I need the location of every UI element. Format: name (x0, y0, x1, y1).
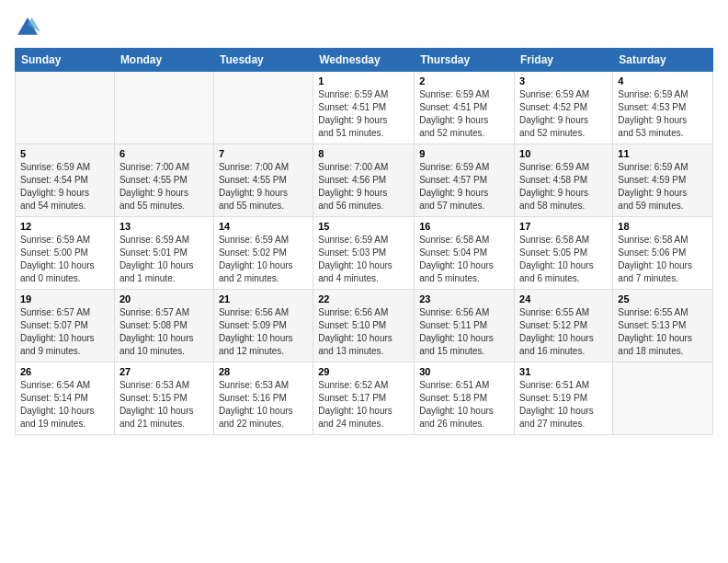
calendar-cell: 11Sunrise: 6:59 AM Sunset: 4:59 PM Dayli… (613, 144, 713, 217)
calendar-table: SundayMondayTuesdayWednesdayThursdayFrid… (15, 48, 713, 435)
calendar-cell: 29Sunrise: 6:52 AM Sunset: 5:17 PM Dayli… (313, 362, 415, 435)
calendar-cell: 20Sunrise: 6:57 AM Sunset: 5:08 PM Dayli… (114, 290, 213, 362)
weekday-header: Tuesday (213, 49, 313, 72)
day-info: Sunrise: 7:00 AM Sunset: 4:55 PM Dayligh… (219, 161, 308, 213)
calendar-cell: 13Sunrise: 6:59 AM Sunset: 5:01 PM Dayli… (114, 217, 213, 290)
calendar-cell: 24Sunrise: 6:55 AM Sunset: 5:12 PM Dayli… (515, 290, 613, 362)
calendar-cell: 15Sunrise: 6:59 AM Sunset: 5:03 PM Dayli… (313, 217, 415, 290)
day-info: Sunrise: 6:56 AM Sunset: 5:09 PM Dayligh… (219, 306, 308, 358)
day-info: Sunrise: 6:59 AM Sunset: 4:57 PM Dayligh… (419, 161, 509, 213)
calendar-cell: 9Sunrise: 6:59 AM Sunset: 4:57 PM Daylig… (415, 144, 515, 217)
day-number: 24 (519, 293, 608, 304)
day-info: Sunrise: 7:00 AM Sunset: 4:56 PM Dayligh… (318, 161, 409, 213)
day-number: 4 (618, 75, 708, 86)
calendar-cell: 21Sunrise: 6:56 AM Sunset: 5:09 PM Dayli… (213, 290, 313, 362)
weekday-header: Friday (515, 49, 613, 72)
weekday-header: Saturday (613, 49, 713, 72)
calendar-cell (213, 72, 313, 144)
calendar-cell: 12Sunrise: 6:59 AM Sunset: 5:00 PM Dayli… (16, 217, 115, 290)
day-number: 18 (618, 221, 708, 232)
logo (15, 15, 44, 40)
calendar-cell: 19Sunrise: 6:57 AM Sunset: 5:07 PM Dayli… (16, 290, 115, 362)
day-info: Sunrise: 6:59 AM Sunset: 4:52 PM Dayligh… (519, 88, 608, 140)
calendar-cell: 3Sunrise: 6:59 AM Sunset: 4:52 PM Daylig… (515, 72, 613, 144)
day-number: 11 (618, 148, 708, 159)
calendar-cell (16, 72, 115, 144)
day-info: Sunrise: 6:53 AM Sunset: 5:15 PM Dayligh… (119, 379, 209, 431)
day-number: 22 (318, 293, 409, 304)
calendar-cell: 1Sunrise: 6:59 AM Sunset: 4:51 PM Daylig… (313, 72, 415, 144)
day-number: 10 (519, 148, 608, 159)
day-number: 25 (618, 293, 708, 304)
day-number: 16 (419, 221, 509, 232)
calendar-week-row: 19Sunrise: 6:57 AM Sunset: 5:07 PM Dayli… (16, 290, 713, 362)
day-info: Sunrise: 6:59 AM Sunset: 4:58 PM Dayligh… (519, 161, 608, 213)
calendar-cell (613, 362, 713, 435)
day-info: Sunrise: 6:55 AM Sunset: 5:12 PM Dayligh… (519, 306, 608, 358)
day-info: Sunrise: 6:58 AM Sunset: 5:04 PM Dayligh… (419, 234, 509, 285)
calendar-cell: 23Sunrise: 6:56 AM Sunset: 5:11 PM Dayli… (415, 290, 515, 362)
calendar-week-row: 26Sunrise: 6:54 AM Sunset: 5:14 PM Dayli… (16, 362, 713, 435)
day-number: 27 (119, 366, 209, 377)
day-number: 5 (20, 148, 109, 159)
day-info: Sunrise: 6:59 AM Sunset: 4:51 PM Dayligh… (419, 88, 509, 140)
calendar-cell: 2Sunrise: 6:59 AM Sunset: 4:51 PM Daylig… (415, 72, 515, 144)
calendar-cell: 27Sunrise: 6:53 AM Sunset: 5:15 PM Dayli… (114, 362, 213, 435)
calendar-cell: 17Sunrise: 6:58 AM Sunset: 5:05 PM Dayli… (515, 217, 613, 290)
day-info: Sunrise: 6:55 AM Sunset: 5:13 PM Dayligh… (618, 306, 708, 358)
calendar-week-row: 5Sunrise: 6:59 AM Sunset: 4:54 PM Daylig… (16, 144, 713, 217)
day-number: 2 (419, 75, 509, 86)
calendar-cell: 4Sunrise: 6:59 AM Sunset: 4:53 PM Daylig… (613, 72, 713, 144)
day-number: 30 (419, 366, 509, 377)
day-number: 29 (318, 366, 409, 377)
day-info: Sunrise: 6:57 AM Sunset: 5:07 PM Dayligh… (20, 306, 109, 358)
day-number: 26 (20, 366, 109, 377)
day-number: 23 (419, 293, 509, 304)
day-info: Sunrise: 6:53 AM Sunset: 5:16 PM Dayligh… (219, 379, 308, 431)
calendar-cell: 7Sunrise: 7:00 AM Sunset: 4:55 PM Daylig… (213, 144, 313, 217)
day-number: 15 (318, 221, 409, 232)
calendar-week-row: 1Sunrise: 6:59 AM Sunset: 4:51 PM Daylig… (16, 72, 713, 144)
calendar-cell: 25Sunrise: 6:55 AM Sunset: 5:13 PM Dayli… (613, 290, 713, 362)
calendar-header: SundayMondayTuesdayWednesdayThursdayFrid… (16, 49, 713, 72)
calendar-cell: 26Sunrise: 6:54 AM Sunset: 5:14 PM Dayli… (16, 362, 115, 435)
day-number: 17 (519, 221, 608, 232)
day-info: Sunrise: 6:57 AM Sunset: 5:08 PM Dayligh… (119, 306, 209, 358)
day-info: Sunrise: 6:59 AM Sunset: 5:01 PM Dayligh… (119, 234, 209, 285)
day-number: 3 (519, 75, 608, 86)
calendar-cell: 6Sunrise: 7:00 AM Sunset: 4:55 PM Daylig… (114, 144, 213, 217)
calendar-cell: 8Sunrise: 7:00 AM Sunset: 4:56 PM Daylig… (313, 144, 415, 217)
day-info: Sunrise: 6:59 AM Sunset: 4:51 PM Dayligh… (318, 88, 409, 140)
calendar-cell: 28Sunrise: 6:53 AM Sunset: 5:16 PM Dayli… (213, 362, 313, 435)
day-number: 14 (219, 221, 308, 232)
calendar-week-row: 12Sunrise: 6:59 AM Sunset: 5:00 PM Dayli… (16, 217, 713, 290)
day-number: 1 (318, 75, 409, 86)
calendar-cell: 10Sunrise: 6:59 AM Sunset: 4:58 PM Dayli… (515, 144, 613, 217)
day-number: 6 (119, 148, 209, 159)
day-info: Sunrise: 6:56 AM Sunset: 5:10 PM Dayligh… (318, 306, 409, 358)
day-info: Sunrise: 6:59 AM Sunset: 4:59 PM Dayligh… (618, 161, 708, 213)
day-info: Sunrise: 6:58 AM Sunset: 5:06 PM Dayligh… (618, 234, 708, 285)
day-info: Sunrise: 6:56 AM Sunset: 5:11 PM Dayligh… (419, 306, 509, 358)
day-info: Sunrise: 6:52 AM Sunset: 5:17 PM Dayligh… (318, 379, 409, 431)
day-info: Sunrise: 6:54 AM Sunset: 5:14 PM Dayligh… (20, 379, 109, 431)
day-number: 19 (20, 293, 109, 304)
weekday-header: Monday (114, 49, 213, 72)
day-info: Sunrise: 6:59 AM Sunset: 4:53 PM Dayligh… (618, 88, 708, 140)
day-number: 7 (219, 148, 308, 159)
day-info: Sunrise: 6:51 AM Sunset: 5:18 PM Dayligh… (419, 379, 509, 431)
day-info: Sunrise: 6:51 AM Sunset: 5:19 PM Dayligh… (519, 379, 608, 431)
day-number: 28 (219, 366, 308, 377)
calendar-cell: 18Sunrise: 6:58 AM Sunset: 5:06 PM Dayli… (613, 217, 713, 290)
day-number: 12 (20, 221, 109, 232)
day-info: Sunrise: 6:59 AM Sunset: 5:02 PM Dayligh… (219, 234, 308, 285)
day-info: Sunrise: 6:59 AM Sunset: 5:03 PM Dayligh… (318, 234, 409, 285)
calendar-cell (114, 72, 213, 144)
page-header (15, 15, 713, 40)
calendar-cell: 30Sunrise: 6:51 AM Sunset: 5:18 PM Dayli… (415, 362, 515, 435)
calendar-cell: 16Sunrise: 6:58 AM Sunset: 5:04 PM Dayli… (415, 217, 515, 290)
calendar-cell: 22Sunrise: 6:56 AM Sunset: 5:10 PM Dayli… (313, 290, 415, 362)
day-info: Sunrise: 6:59 AM Sunset: 5:00 PM Dayligh… (20, 234, 109, 285)
weekday-header: Sunday (16, 49, 115, 72)
day-number: 21 (219, 293, 308, 304)
